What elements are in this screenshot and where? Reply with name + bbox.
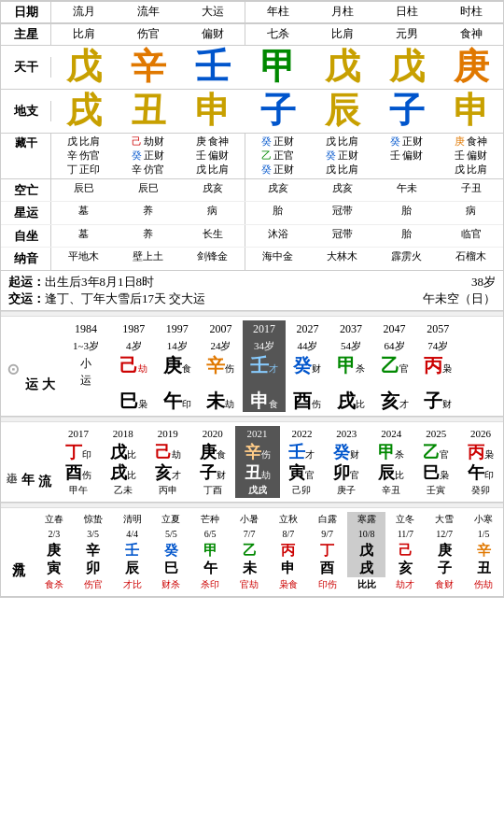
- ln-tg2: 己劫: [146, 443, 190, 463]
- ln-year-8: 2025: [413, 426, 458, 442]
- xy-6: 冠带: [310, 202, 374, 224]
- ly-dz1: 卯: [74, 560, 113, 577]
- ln-dz6: 卯官: [324, 463, 369, 484]
- zhuxing-label: 主星: [1, 24, 51, 45]
- ly-dz4: 午: [190, 560, 230, 577]
- kongwang-label: 空亡: [1, 179, 51, 202]
- tg-yue: 戊: [310, 46, 374, 89]
- qiyun-section: 起运：出生后3年8月1日8时 38岁 交运：逢丁、丁年大雪后17天 交大运 午未…: [1, 271, 503, 311]
- dyc-age-4: 34岁: [243, 338, 287, 354]
- ly-jq9: 立冬: [385, 512, 425, 527]
- ly-d4: 6/5: [190, 527, 230, 542]
- zhuxing-liyue: 比肩: [51, 24, 116, 45]
- br-8: 比比: [347, 577, 386, 592]
- ly-dz8: 戌: [347, 560, 386, 577]
- dyc-age-1: 4岁: [112, 338, 156, 354]
- ln-dz9: 午印: [458, 463, 503, 484]
- liuyue-cols: 立春 惊蛰 清明 立夏 芒种 小暑 立秋 白露 寒露 立冬 大雪 小寒 2/3 …: [35, 512, 503, 592]
- tiangan-label: 天干: [1, 57, 51, 78]
- ly-jq3: 立夏: [151, 512, 190, 527]
- ly-tg6: 丙: [269, 542, 308, 560]
- kw-2: 辰巳: [116, 179, 180, 202]
- ln-xy0: 甲午: [56, 483, 101, 498]
- br-6: 枭食: [269, 577, 308, 592]
- dayun-cols: 1984 1987 1997 2007 2017 2027 2037 2047 …: [60, 320, 503, 413]
- dayun-toggle[interactable]: ⊙: [5, 363, 22, 376]
- dyc-tg4: 壬才: [243, 354, 287, 390]
- zhuxing-liuyear: 伤官: [116, 24, 180, 45]
- dyc-dz8: 子财: [416, 390, 460, 412]
- br-1: 伤官: [74, 577, 113, 592]
- cang-col7: 癸正财 壬偏财: [374, 134, 439, 178]
- ny-2: 壁上土: [116, 248, 180, 270]
- tg-dayun: 壬: [180, 46, 245, 89]
- dz-dayun: 申: [180, 90, 245, 133]
- ly-dz2: 辰: [113, 560, 152, 577]
- ln-xy7: 辛丑: [369, 483, 413, 498]
- ly-jq10: 大雪: [425, 512, 464, 527]
- br-3: 财杀: [151, 577, 190, 592]
- dyc-age-3: 24岁: [199, 338, 243, 354]
- dz-yue: 辰: [310, 90, 374, 133]
- dayun-label: 大运 ⊙: [1, 320, 60, 413]
- ln-year-7: 2024: [369, 426, 413, 442]
- ny-5: 海中金: [245, 248, 310, 270]
- zz-5: 沐浴: [245, 225, 310, 248]
- kw-7: 午未: [374, 179, 439, 202]
- ly-dz9: 亥: [385, 560, 425, 577]
- qiyun-text: 出生后3年8月1日8时: [45, 275, 154, 289]
- dyc-year-0: 1984: [60, 320, 112, 338]
- col-rizhu: 日柱: [374, 2, 439, 22]
- ny-6: 大林木: [310, 248, 374, 270]
- kw-1: 辰巳: [51, 179, 116, 202]
- ly-tg3: 癸: [151, 542, 190, 560]
- tg-shi: 庚: [439, 46, 503, 89]
- zhuxing-yue: 比肩: [310, 24, 374, 45]
- dayun-section: 大运 ⊙ 1984 1987 1997 2007 2017 2027 2037 …: [1, 317, 503, 418]
- ln-xy3: 丁酉: [190, 483, 235, 498]
- br-5: 官劫: [230, 577, 269, 592]
- zhuxing-nian: 七杀: [245, 24, 310, 45]
- dyc-age-2: 14岁: [156, 338, 200, 354]
- ln-xy9: 癸卯: [458, 483, 503, 498]
- canggan-section: 藏干 戊比肩 辛伤官 丁正印 己劫财 癸正财 辛仿官 庚食神 壬偏财 戊比肩: [1, 134, 503, 179]
- ln-dz8: 巳枭: [413, 463, 458, 484]
- ly-d11: 1/5: [464, 527, 503, 542]
- ly-tg8: 戊: [347, 542, 386, 560]
- ln-dz7: 辰比: [369, 463, 413, 484]
- dyc-dz3: 未劫: [199, 390, 243, 412]
- ly-jq2: 清明: [113, 512, 152, 527]
- zhuxing-shi: 食神: [439, 24, 503, 45]
- ly-dz5: 未: [230, 560, 269, 577]
- ly-tg4: 甲: [190, 542, 230, 560]
- ln-year-6: 2023: [324, 426, 369, 442]
- br-4: 杀印: [190, 577, 230, 592]
- dyc-age-0: 1~3岁: [60, 338, 112, 354]
- ln-tg4: 辛伤: [235, 443, 280, 463]
- br-10: 食财: [425, 577, 464, 592]
- ny-3: 剑锋金: [180, 248, 245, 270]
- ln-dz5: 寅官: [280, 463, 325, 484]
- zhuxing-ri: 元男: [374, 24, 439, 45]
- cang-col5: 癸正财 乙正官 癸正财: [245, 134, 310, 178]
- dyc-tg1: 己劫: [112, 354, 156, 390]
- dyc-year-6: 2037: [329, 320, 373, 338]
- ln-year-0: 2017: [56, 426, 101, 442]
- liunian-cols: 2017 2018 2019 2020 2021 2022 2023 2024 …: [56, 426, 503, 498]
- br-11: 伤劫: [464, 577, 503, 592]
- dyc-age-5: 44岁: [286, 338, 329, 354]
- dyc-year-8: 2057: [416, 320, 460, 338]
- dyc-age-6: 54岁: [329, 338, 373, 354]
- dyc-dz1: 巳枭: [112, 390, 156, 412]
- ln-xy4: 戊戌: [235, 483, 280, 498]
- dyc-dz7: 亥才: [372, 390, 416, 412]
- ly-tg7: 丁: [308, 542, 347, 560]
- ly-tg1: 辛: [74, 542, 113, 560]
- tg-ri: 戊: [374, 46, 439, 89]
- ly-dz10: 子: [425, 560, 464, 577]
- dyc-year-2: 1997: [156, 320, 200, 338]
- dyc-year-5: 2027: [286, 320, 329, 338]
- br-7: 印伤: [308, 577, 347, 592]
- ln-xy8: 壬寅: [413, 483, 458, 498]
- ln-tg3: 庚食: [190, 443, 235, 463]
